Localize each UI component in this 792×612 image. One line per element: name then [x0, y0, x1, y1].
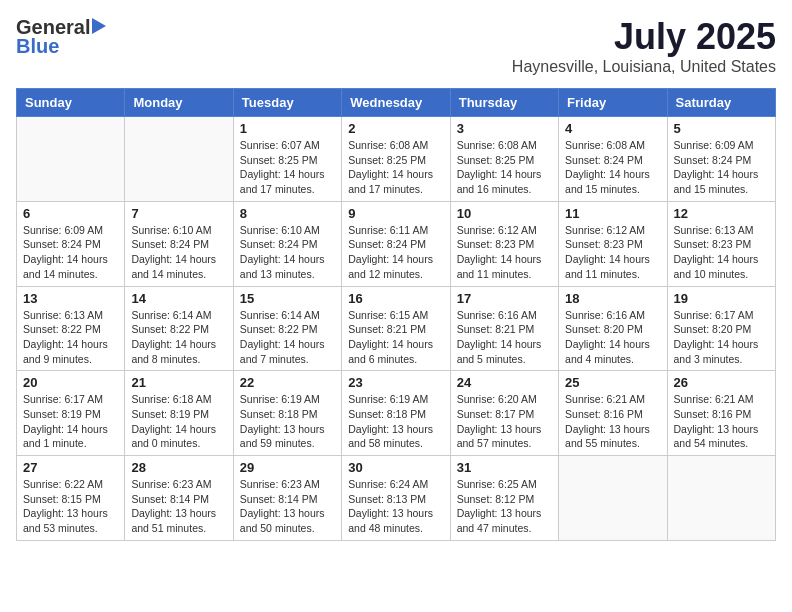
logo-blue-text: Blue: [16, 35, 59, 58]
calendar-cell: 25Sunrise: 6:21 AM Sunset: 8:16 PM Dayli…: [559, 371, 667, 456]
day-number: 13: [23, 291, 118, 306]
weekday-header-monday: Monday: [125, 89, 233, 117]
calendar-cell: 29Sunrise: 6:23 AM Sunset: 8:14 PM Dayli…: [233, 456, 341, 541]
day-number: 11: [565, 206, 660, 221]
day-number: 5: [674, 121, 769, 136]
day-number: 14: [131, 291, 226, 306]
day-number: 2: [348, 121, 443, 136]
calendar-cell: 6Sunrise: 6:09 AM Sunset: 8:24 PM Daylig…: [17, 201, 125, 286]
day-number: 22: [240, 375, 335, 390]
day-info: Sunrise: 6:13 AM Sunset: 8:22 PM Dayligh…: [23, 308, 118, 367]
day-number: 30: [348, 460, 443, 475]
day-number: 20: [23, 375, 118, 390]
day-info: Sunrise: 6:10 AM Sunset: 8:24 PM Dayligh…: [240, 223, 335, 282]
day-info: Sunrise: 6:14 AM Sunset: 8:22 PM Dayligh…: [131, 308, 226, 367]
weekday-header-tuesday: Tuesday: [233, 89, 341, 117]
day-info: Sunrise: 6:15 AM Sunset: 8:21 PM Dayligh…: [348, 308, 443, 367]
calendar-week-1: 1Sunrise: 6:07 AM Sunset: 8:25 PM Daylig…: [17, 117, 776, 202]
day-number: 8: [240, 206, 335, 221]
calendar-week-3: 13Sunrise: 6:13 AM Sunset: 8:22 PM Dayli…: [17, 286, 776, 371]
day-number: 19: [674, 291, 769, 306]
calendar-cell: 1Sunrise: 6:07 AM Sunset: 8:25 PM Daylig…: [233, 117, 341, 202]
calendar-cell: 27Sunrise: 6:22 AM Sunset: 8:15 PM Dayli…: [17, 456, 125, 541]
calendar-cell: 8Sunrise: 6:10 AM Sunset: 8:24 PM Daylig…: [233, 201, 341, 286]
day-info: Sunrise: 6:13 AM Sunset: 8:23 PM Dayligh…: [674, 223, 769, 282]
day-info: Sunrise: 6:20 AM Sunset: 8:17 PM Dayligh…: [457, 392, 552, 451]
day-number: 24: [457, 375, 552, 390]
day-number: 26: [674, 375, 769, 390]
calendar-cell: [125, 117, 233, 202]
logo: General Blue: [16, 16, 106, 58]
day-number: 1: [240, 121, 335, 136]
day-number: 12: [674, 206, 769, 221]
day-info: Sunrise: 6:19 AM Sunset: 8:18 PM Dayligh…: [240, 392, 335, 451]
calendar-week-2: 6Sunrise: 6:09 AM Sunset: 8:24 PM Daylig…: [17, 201, 776, 286]
day-number: 27: [23, 460, 118, 475]
day-number: 17: [457, 291, 552, 306]
day-info: Sunrise: 6:17 AM Sunset: 8:19 PM Dayligh…: [23, 392, 118, 451]
day-info: Sunrise: 6:14 AM Sunset: 8:22 PM Dayligh…: [240, 308, 335, 367]
day-number: 4: [565, 121, 660, 136]
calendar-cell: 31Sunrise: 6:25 AM Sunset: 8:12 PM Dayli…: [450, 456, 558, 541]
day-info: Sunrise: 6:16 AM Sunset: 8:21 PM Dayligh…: [457, 308, 552, 367]
weekday-header-saturday: Saturday: [667, 89, 775, 117]
day-info: Sunrise: 6:09 AM Sunset: 8:24 PM Dayligh…: [674, 138, 769, 197]
calendar-cell: 23Sunrise: 6:19 AM Sunset: 8:18 PM Dayli…: [342, 371, 450, 456]
calendar-cell: 14Sunrise: 6:14 AM Sunset: 8:22 PM Dayli…: [125, 286, 233, 371]
day-number: 9: [348, 206, 443, 221]
calendar-cell: 9Sunrise: 6:11 AM Sunset: 8:24 PM Daylig…: [342, 201, 450, 286]
calendar-cell: 16Sunrise: 6:15 AM Sunset: 8:21 PM Dayli…: [342, 286, 450, 371]
day-number: 23: [348, 375, 443, 390]
calendar-week-4: 20Sunrise: 6:17 AM Sunset: 8:19 PM Dayli…: [17, 371, 776, 456]
calendar-cell: [667, 456, 775, 541]
day-info: Sunrise: 6:23 AM Sunset: 8:14 PM Dayligh…: [131, 477, 226, 536]
calendar-cell: [17, 117, 125, 202]
day-number: 16: [348, 291, 443, 306]
day-info: Sunrise: 6:21 AM Sunset: 8:16 PM Dayligh…: [674, 392, 769, 451]
day-number: 21: [131, 375, 226, 390]
day-info: Sunrise: 6:07 AM Sunset: 8:25 PM Dayligh…: [240, 138, 335, 197]
calendar-cell: 12Sunrise: 6:13 AM Sunset: 8:23 PM Dayli…: [667, 201, 775, 286]
weekday-header-sunday: Sunday: [17, 89, 125, 117]
day-info: Sunrise: 6:12 AM Sunset: 8:23 PM Dayligh…: [565, 223, 660, 282]
calendar-cell: 4Sunrise: 6:08 AM Sunset: 8:24 PM Daylig…: [559, 117, 667, 202]
calendar-cell: 3Sunrise: 6:08 AM Sunset: 8:25 PM Daylig…: [450, 117, 558, 202]
day-info: Sunrise: 6:23 AM Sunset: 8:14 PM Dayligh…: [240, 477, 335, 536]
day-info: Sunrise: 6:24 AM Sunset: 8:13 PM Dayligh…: [348, 477, 443, 536]
weekday-header-friday: Friday: [559, 89, 667, 117]
location-subtitle: Haynesville, Louisiana, United States: [512, 58, 776, 76]
day-number: 6: [23, 206, 118, 221]
calendar-cell: 22Sunrise: 6:19 AM Sunset: 8:18 PM Dayli…: [233, 371, 341, 456]
calendar-cell: 30Sunrise: 6:24 AM Sunset: 8:13 PM Dayli…: [342, 456, 450, 541]
weekday-header-wednesday: Wednesday: [342, 89, 450, 117]
day-number: 10: [457, 206, 552, 221]
day-info: Sunrise: 6:10 AM Sunset: 8:24 PM Dayligh…: [131, 223, 226, 282]
day-info: Sunrise: 6:22 AM Sunset: 8:15 PM Dayligh…: [23, 477, 118, 536]
calendar-cell: 11Sunrise: 6:12 AM Sunset: 8:23 PM Dayli…: [559, 201, 667, 286]
day-number: 3: [457, 121, 552, 136]
calendar-week-5: 27Sunrise: 6:22 AM Sunset: 8:15 PM Dayli…: [17, 456, 776, 541]
calendar-cell: 2Sunrise: 6:08 AM Sunset: 8:25 PM Daylig…: [342, 117, 450, 202]
calendar-table: SundayMondayTuesdayWednesdayThursdayFrid…: [16, 88, 776, 541]
calendar-cell: 7Sunrise: 6:10 AM Sunset: 8:24 PM Daylig…: [125, 201, 233, 286]
calendar-cell: 13Sunrise: 6:13 AM Sunset: 8:22 PM Dayli…: [17, 286, 125, 371]
calendar-cell: 20Sunrise: 6:17 AM Sunset: 8:19 PM Dayli…: [17, 371, 125, 456]
calendar-cell: 21Sunrise: 6:18 AM Sunset: 8:19 PM Dayli…: [125, 371, 233, 456]
day-info: Sunrise: 6:12 AM Sunset: 8:23 PM Dayligh…: [457, 223, 552, 282]
day-number: 29: [240, 460, 335, 475]
day-number: 31: [457, 460, 552, 475]
day-number: 25: [565, 375, 660, 390]
calendar-cell: 15Sunrise: 6:14 AM Sunset: 8:22 PM Dayli…: [233, 286, 341, 371]
day-info: Sunrise: 6:08 AM Sunset: 8:25 PM Dayligh…: [348, 138, 443, 197]
day-number: 15: [240, 291, 335, 306]
day-info: Sunrise: 6:17 AM Sunset: 8:20 PM Dayligh…: [674, 308, 769, 367]
calendar-cell: 19Sunrise: 6:17 AM Sunset: 8:20 PM Dayli…: [667, 286, 775, 371]
day-info: Sunrise: 6:19 AM Sunset: 8:18 PM Dayligh…: [348, 392, 443, 451]
day-number: 18: [565, 291, 660, 306]
calendar-cell: [559, 456, 667, 541]
day-info: Sunrise: 6:11 AM Sunset: 8:24 PM Dayligh…: [348, 223, 443, 282]
calendar-cell: 17Sunrise: 6:16 AM Sunset: 8:21 PM Dayli…: [450, 286, 558, 371]
calendar-cell: 18Sunrise: 6:16 AM Sunset: 8:20 PM Dayli…: [559, 286, 667, 371]
calendar-cell: 10Sunrise: 6:12 AM Sunset: 8:23 PM Dayli…: [450, 201, 558, 286]
month-year-title: July 2025: [512, 16, 776, 58]
